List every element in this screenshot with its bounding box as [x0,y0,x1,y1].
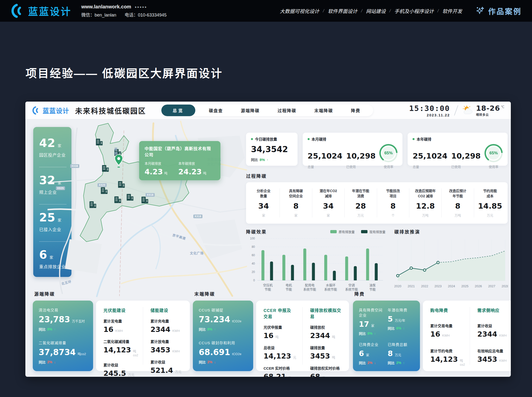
menu-item-0[interactable]: 大数据可视化设计 [280,7,319,15]
tab-过程降碳[interactable]: 过程降碳 [273,107,301,113]
group-stat-2: 累计收益245.5万元 [103,362,135,377]
svg-text:2027: 2027 [488,284,495,288]
compare-value: 2% [47,360,52,364]
compare-value: 2% [207,360,212,364]
stat-unit: 吨co2 [460,358,465,366]
dash-tab-bar: 总览碳盘查源端降碳过程降碳末端降碳降费 [161,105,373,116]
svg-text:2026: 2026 [475,284,482,288]
menu-item-3[interactable]: 手机及小程序设计 [394,7,434,15]
menu-item-1[interactable]: 软件界面设计 [328,7,357,15]
stat-compare: 同比8%↑ [199,327,247,332]
site-url[interactable]: www.lanlanwork.com [81,4,131,10]
stat-value-row: 3453吨 [310,352,342,360]
stat-value-row: 5万元/年 [388,315,414,323]
stat-label: 累计充电量 [150,318,183,324]
group-stat-2: 累计收益521.4万元 [150,359,183,375]
tab-碳盘查[interactable]: 碳盘查 [204,107,227,113]
gradient-stat-card: 具有降费空间企业17家同比8%↑年潜在降费5万元/年同比6%↑已降费企业6家同比… [353,301,420,371]
stat-group-1: 储能建设累计充电量2344KWH累计放电量3453KWH累计收益521.4万元 [143,307,190,365]
stat-value-row: 14,123元 [264,352,295,360]
stat-unit: 家 [280,213,312,217]
stat-value-row: 2344KWH [150,325,183,334]
stat-unit: 家 [58,180,61,185]
menu-item-4[interactable]: 软件开发 [442,7,462,15]
tab-总览[interactable]: 总览 [161,105,195,116]
stat-value-row: 3453KWH [477,355,509,363]
stat-value: 37,8734 [39,347,76,357]
stat-unit: 吨 [275,334,279,339]
tab-末端降碳[interactable]: 末端降碳 [310,107,337,113]
stat-value: 8 [377,201,409,210]
svg-text:2022: 2022 [421,284,428,288]
stat-value: 2344 [477,330,497,338]
weather-desc: 晴转多云 [476,112,504,117]
menu-separator: / [437,8,439,14]
bottom-sections: 源端降碳清洁电交易23,783万千瓦时同比8%↑二氧化碳减排量37,8734吨c… [33,290,508,371]
tab-降费[interactable]: 降费 [347,107,365,113]
svg-text:60: 60 [252,253,255,257]
svg-text:2020: 2020 [394,284,401,288]
legend-swatch-icon [361,230,367,233]
stat-value: 68.691 [199,347,230,357]
stat-unit: 万元/年 [395,318,405,323]
usage-gauge: 65% [379,144,398,162]
sun-cloud-icon [462,106,474,115]
rate-label: 使用率 [384,164,393,169]
stat-group-1: 需求侧响应累计收益2344KWH有效响应总电量3453KWH [470,307,511,365]
right-column: 今日碳排放量 34,3542 同比 8% ↑ 本月碳排 [246,133,508,297]
svg-text:空压机: 空压机 [263,283,273,287]
total-label: 总量 [413,164,447,169]
svg-text:2023: 2023 [434,284,442,288]
card-value: 34,3542 [251,144,293,154]
compare-value: 8% [207,327,212,331]
portfolio-button[interactable]: 作品案例 [475,5,522,16]
wechat-label: 微信：ben_lanlan [81,11,116,18]
stat-unit: 家 [312,213,344,217]
tab-源端降碳[interactable]: 源端降碳 [236,107,264,113]
process-stat-5: 改造后预期年CO2 减排12.8万吨 [409,188,441,217]
svg-text:水循环: 水循环 [326,283,335,287]
menu-item-2[interactable]: 网站建设 [366,7,386,15]
road-badge-X318: X318 [193,215,202,218]
stat-unit: 家 [248,213,280,217]
stat-value-row: 37,8734吨co2 [39,347,87,357]
compare-label: 同比 [359,331,366,336]
stat-label: 年潜在降费 [388,307,414,312]
group-stat-0: 光伏申报量16吨 [264,325,295,340]
compare-value: 8% [367,331,372,335]
stat-value: 16 [264,331,273,340]
stat-value-row: 6家 [359,349,385,358]
clock: 15:30:00 2023.11.22 [409,104,450,117]
compare-label: 同比 [388,326,395,331]
usage-gauge: 65% [484,144,503,162]
map-place-label-1: 京平高速 [172,233,186,241]
temperature-range: 18-26 [476,104,500,112]
clock-date: 2023.11.22 [409,113,450,117]
compare-value: 8% [260,158,265,162]
green-dot-icon [413,138,415,140]
stat-label: 二氧化碳减排量 [103,339,135,344]
total-value: 25,1024 [413,151,447,160]
group-title: 光伏能建设 [103,307,135,313]
svg-text:电机: 电机 [285,283,292,287]
stat-value: 14,123 [103,346,131,354]
dashboard-logo-text: 蓝蓝设计 [43,106,69,115]
site-logo[interactable]: 蓝蓝设计 [10,4,71,18]
svg-text:80: 80 [252,245,255,249]
stat-unit: 元/ICO2e [288,375,301,377]
svg-text:2028: 2028 [502,284,508,288]
section-cards: CCUS 碳捕捉73.234tCO2e同比8%↑CCUS 碳封存和利用68.69… [193,301,348,371]
detail-card: 购电降费累计交易电量16KWH累计节约电费14,123吨co2需求侧响应累计收益… [423,301,511,371]
group-title: 需求侧响应 [477,307,509,313]
stat-compare: 同比2%↓ [199,360,247,364]
menu-separator: / [389,8,391,14]
stat-value: 42 [39,136,55,150]
used-label: 已使用 [451,164,481,169]
stat-value-row: 25家 [39,211,66,224]
stat-label: 已接入企业 [39,226,66,232]
dashboard-logo-icon [32,106,40,115]
used-value: 10,298 [346,151,376,160]
gauge-value: 65% [489,151,498,156]
svg-text:配用电: 配用电 [305,283,315,287]
stat-unit: KWH [172,349,180,353]
